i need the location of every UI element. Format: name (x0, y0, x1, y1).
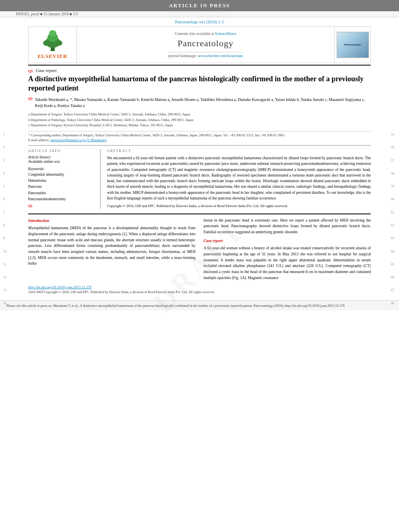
line-number (391, 242, 396, 247)
line-number: 56 (391, 145, 396, 150)
affiliation-item: a Department of Surgery, Teikyo Universi… (28, 112, 371, 117)
line-number (391, 152, 396, 156)
line-number (391, 191, 396, 195)
q1-label: Q1 (28, 204, 33, 208)
keyword-item: Pancreatitis (28, 190, 96, 196)
svg-point-3 (49, 30, 56, 37)
line-number (3, 256, 6, 260)
elsevier-tree-icon (39, 30, 67, 52)
journal-thumb-title: Pancreatology (343, 42, 362, 47)
article-in-press-banner: ARTICLE IN PRESS (0, 0, 399, 11)
line-number: 59 (391, 184, 396, 189)
line-number (3, 295, 6, 299)
line-number: 2 (3, 145, 6, 150)
body-left-col: Introduction Myoepithelial hamartoma (ME… (28, 218, 195, 283)
line-number: 14 (3, 301, 6, 306)
line-number: 12 (3, 275, 6, 279)
svg-point-5 (55, 40, 62, 46)
line-number: 57 (391, 158, 396, 163)
line-number (3, 165, 6, 169)
banner-label: ARTICLE IN PRESS (169, 2, 230, 8)
line-number (391, 256, 396, 260)
line-number: 4 (3, 171, 6, 176)
line-number: 3 (3, 158, 6, 163)
line-number (391, 204, 396, 208)
elsevier-logo: ELSEVIER (38, 30, 68, 60)
abstract-header: ABSTRACT (107, 149, 371, 153)
q2-label: Q2 (28, 97, 33, 101)
article-info-header: ARTICLE INFO (28, 149, 96, 153)
introduction-paragraph: Myoepithelial hamartoma (MEH) of the pan… (28, 225, 195, 267)
line-number: 1 (3, 132, 6, 137)
case-report-label: Case report (36, 68, 57, 73)
main-content: Q3 Case report A distinctive myoepitheli… (28, 65, 371, 294)
q3-label: Q3 (28, 69, 33, 73)
line-number: 58 (391, 171, 396, 176)
line-number (391, 217, 396, 221)
email-link[interactable]: impressor@hotmail.co.jp (T. Murakami). (50, 138, 107, 142)
line-number (3, 139, 6, 143)
keyword-item: Pancreas (28, 184, 96, 190)
line-number: 63 (391, 236, 396, 240)
line-numbers-right: 5556575859606162636465666768697071727374… (391, 132, 396, 310)
line-number (3, 269, 6, 273)
line-number: 7 (3, 210, 6, 215)
line-number: 5 (3, 184, 6, 189)
footer-bar: Please cite this article in press as: Mu… (0, 300, 399, 311)
sciencedirect-anchor[interactable]: ScienceDirect (215, 32, 236, 36)
line-number (391, 178, 396, 182)
line-number: 11 (3, 262, 6, 267)
line-number: 61 (391, 210, 396, 215)
line-number: 66 (391, 275, 396, 279)
authors-line: Takashi Murakami a, *, Masato Yamazaki a… (35, 97, 371, 109)
homepage-url[interactable]: www.elsevier.com/locate/pan (198, 54, 243, 58)
svg-point-4 (43, 40, 50, 46)
line-number (391, 139, 396, 143)
sciencedirect-link: Contents lists available at ScienceDirec… (175, 32, 236, 36)
keyword-item: Congenital abnormality (28, 172, 96, 178)
email-row: E-mail address: impressor@hotmail.co.jp … (28, 138, 371, 142)
keywords-section: Keywords: Congenital abnormalityHamartom… (28, 167, 96, 208)
line-number (3, 217, 6, 221)
body-right-col: lesion in the pancreatic head is extreme… (204, 218, 371, 283)
line-number (3, 191, 6, 195)
affiliation-item: b Department of Pathology, Teikyo Univer… (28, 117, 371, 123)
contents-label: Contents lists available at (175, 32, 214, 36)
section-label-row: Q3 Case report (28, 68, 371, 74)
journal-header-center: Contents lists available at ScienceDirec… (77, 27, 334, 63)
line-number: 9 (3, 236, 6, 240)
doi-link[interactable]: http://dx.doi.org/10.1016/j.pan.2015.12.… (28, 285, 92, 289)
authors-row: Q2 Takashi Murakami a, *, Masato Yamazak… (28, 97, 371, 109)
footer-citation: Please cite this article in press as: Mu… (6, 304, 345, 308)
line-number: 10 (3, 249, 6, 254)
abstract-text: We encountered a 62-year-old female pati… (107, 155, 371, 201)
citation-text: Pancreatology xxx (2016) 1–5 (175, 20, 224, 24)
copyright-text: Copyright © 2016, IAP and EPC. Published… (107, 203, 371, 209)
line-number (391, 308, 396, 311)
article-info-col: ARTICLE INFO Article history: Available … (28, 149, 101, 209)
line-number (3, 242, 6, 247)
keywords-label: Keywords: (28, 167, 96, 171)
line-number (391, 230, 396, 234)
corresponding-note: * Corresponding author. Department of Su… (28, 131, 371, 137)
journal-header-thumbnail: Pancreatology (334, 27, 370, 63)
abstract-col: ABSTRACT We encountered a 62-year-old fe… (107, 149, 371, 209)
line-number: 6 (3, 197, 6, 201)
keywords-list: Congenital abnormalityHamartomaPancreasP… (28, 172, 96, 202)
q1-row: Q1 (28, 204, 96, 208)
line-number (3, 204, 6, 208)
line-number: 65 (391, 262, 396, 267)
citation-line: Pancreatology xxx (2016) 1–5 (28, 20, 371, 24)
line-number (3, 281, 6, 286)
issn-line: 1424-3903/Copyright © 2016, IAP and EPC.… (28, 290, 371, 294)
introduction-right-text: lesion in the pancreatic head is extreme… (204, 218, 371, 235)
journal-homepage-link: journal homepage: www.elsevier.com/locat… (168, 52, 243, 58)
line-number: 64 (391, 249, 396, 254)
line-number: 13 (3, 288, 6, 292)
keyword-item: Hamartoma (28, 178, 96, 184)
journal-title: Pancreatology (178, 38, 234, 49)
history-value: Available online xxx (28, 160, 96, 164)
history-label: Article history: (28, 155, 96, 159)
line-number: 68 (391, 301, 396, 306)
journal-header-logo: ELSEVIER (29, 27, 77, 63)
